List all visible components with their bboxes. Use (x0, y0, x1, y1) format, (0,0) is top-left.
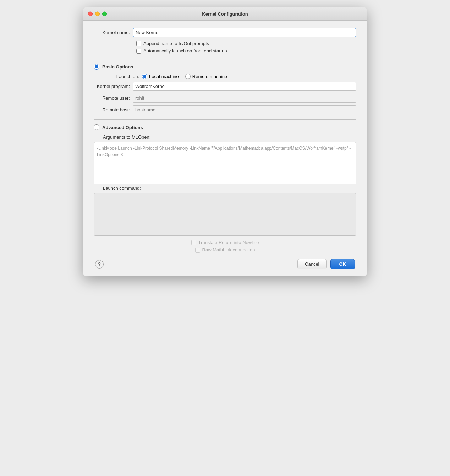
window-title: Kernel Configuration (202, 11, 248, 17)
kernel-name-input[interactable] (133, 28, 356, 37)
advanced-options-radio[interactable] (94, 124, 99, 130)
kernel-program-input[interactable] (133, 82, 356, 91)
translate-return-label: Translate Return into Newline (198, 240, 259, 245)
auto-launch-row: Automatically launch on front end startu… (136, 48, 356, 54)
basic-options-content: Launch on: Local machine Remote machine (103, 74, 356, 79)
button-row: ? Cancel OK (94, 259, 356, 269)
cancel-button[interactable]: Cancel (297, 259, 326, 269)
traffic-lights (88, 11, 107, 16)
launch-on-row: Launch on: Local machine Remote machine (103, 74, 356, 79)
right-buttons: Cancel OK (297, 259, 355, 269)
local-machine-option: Local machine (142, 74, 179, 79)
help-button[interactable]: ? (95, 260, 104, 269)
minimize-button[interactable] (95, 11, 100, 16)
translate-return-checkbox[interactable] (191, 240, 196, 245)
launch-command-area (94, 193, 356, 236)
local-machine-label: Local machine (149, 74, 179, 79)
advanced-options-section: Advanced Options Arguments to MLOpen: -L… (94, 124, 356, 236)
divider-2 (94, 119, 356, 120)
bottom-checkboxes: Translate Return into Newline Raw MathLi… (94, 240, 356, 253)
raw-mathlink-label: Raw MathLink connection (202, 247, 255, 253)
advanced-options-label: Advanced Options (102, 125, 143, 130)
remote-user-label: Remote user: (94, 95, 133, 101)
kernel-program-label: Kernel program: (94, 84, 133, 89)
kernel-name-label: Kernel name: (94, 30, 133, 35)
ok-button[interactable]: OK (330, 259, 355, 269)
divider-1 (94, 59, 356, 59)
arguments-textarea[interactable]: -LinkMode Launch -LinkProtocol SharedMem… (94, 142, 356, 184)
launch-on-radio-group: Local machine Remote machine (142, 74, 227, 79)
raw-mathlink-row: Raw MathLink connection (195, 247, 255, 253)
local-machine-radio[interactable] (142, 74, 147, 79)
auto-launch-label: Automatically launch on front end startu… (143, 48, 227, 54)
remote-host-label: Remote host: (94, 107, 133, 112)
basic-options-radio[interactable] (94, 64, 99, 70)
close-button[interactable] (88, 11, 93, 16)
arguments-label: Arguments to MLOpen: (103, 134, 356, 140)
kernel-program-row: Kernel program: (94, 82, 356, 91)
remote-user-row: Remote user: (94, 94, 356, 103)
remote-host-input[interactable] (133, 105, 356, 114)
remote-machine-option: Remote machine (185, 74, 227, 79)
raw-mathlink-checkbox[interactable] (195, 248, 200, 253)
append-name-checkbox[interactable] (136, 41, 141, 46)
basic-options-header: Basic Options (94, 64, 356, 70)
remote-machine-label: Remote machine (192, 74, 227, 79)
basic-options-label: Basic Options (102, 64, 133, 70)
auto-launch-checkbox[interactable] (136, 49, 141, 54)
launch-command-label: Launch command: (103, 186, 356, 191)
append-name-label: Append name to In/Out prompts (143, 41, 209, 46)
append-name-row: Append name to In/Out prompts (136, 41, 356, 46)
remote-machine-radio[interactable] (185, 74, 191, 79)
advanced-options-header: Advanced Options (94, 124, 356, 130)
translate-return-row: Translate Return into Newline (191, 240, 259, 245)
title-bar: Kernel Configuration (83, 7, 367, 21)
kernel-configuration-window: Kernel Configuration Kernel name: Append… (83, 7, 367, 276)
launch-on-label: Launch on: (103, 74, 142, 79)
remote-host-row: Remote host: (94, 105, 356, 114)
kernel-name-row: Kernel name: (94, 28, 356, 37)
maximize-button[interactable] (102, 11, 107, 16)
content-area: Kernel name: Append name to In/Out promp… (83, 21, 367, 276)
remote-user-input[interactable] (133, 94, 356, 103)
